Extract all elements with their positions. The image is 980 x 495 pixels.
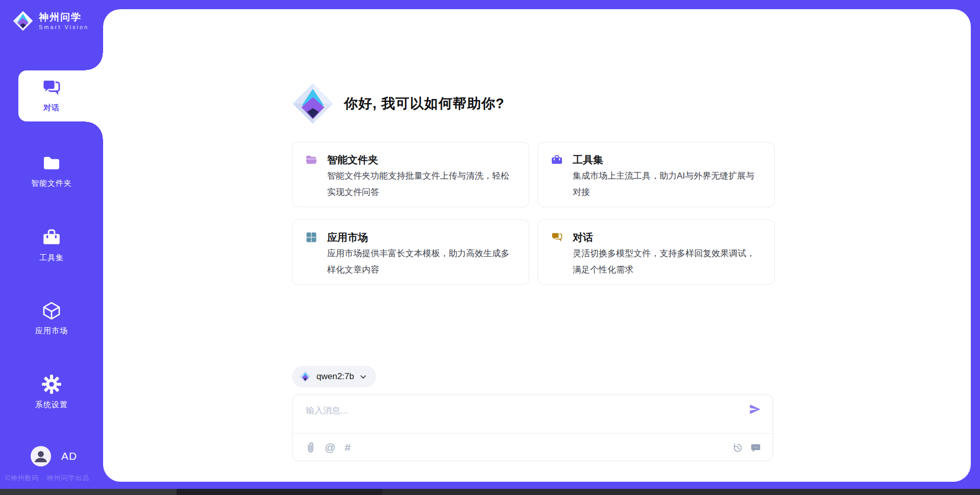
cube-icon [41,301,62,323]
sidebar-item-app-market[interactable]: 应用市场 [0,301,103,336]
model-diamond-icon [299,370,311,383]
greeting-block: 你好, 我可以如何帮助你? [291,82,505,126]
card-toolset[interactable]: 工具集 集成市场上主流工具，助力AI与外界无缝扩展与对接 [537,142,775,207]
copyright-footer: ©神州数码 · 神州问学出品 [5,474,117,483]
toolbox-icon [41,228,62,250]
message-input[interactable] [306,404,734,418]
card-description: 智能文件夹功能支持批量文件上传与清洗，轻松实现文件问答 [327,168,517,201]
composer-divider [292,433,773,434]
user-initials: AD [61,450,77,462]
brand-name: 神州问学 [39,12,89,23]
send-icon[interactable] [748,403,762,416]
card-title: 工具集 [573,153,762,167]
card-description: 灵活切换多模型文件，支持多样回复效果调试，满足个性化需求 [573,245,762,278]
card-chat[interactable]: 对话 灵活切换多模型文件，支持多样回复效果调试，满足个性化需求 [537,219,775,285]
chat-bubbles-icon [551,231,563,243]
sidebar-item-label: 系统设置 [0,400,103,410]
sidebar-item-settings[interactable]: 系统设置 [0,374,103,410]
card-smart-folder[interactable]: 智能文件夹 智能文件夹功能支持批量文件上传与清洗，轻松实现文件问答 [292,142,529,207]
chat-icon [41,78,62,100]
sidebar-item-toolset[interactable]: 工具集 [0,228,103,263]
history-icon[interactable] [732,442,743,453]
tab-fillet-top [86,53,103,70]
folder-open-icon [305,154,317,166]
card-description: 集成市场上主流工具，助力AI与外界无缝扩展与对接 [573,168,762,201]
greeting-text: 你好, 我可以如何帮助你? [344,94,505,113]
feedback-bubble-icon[interactable] [750,442,761,453]
attachment-icon[interactable] [306,441,315,453]
sidebar-item-smart-folder[interactable]: 智能文件夹 [0,153,103,188]
gear-icon [41,374,62,397]
sidebar-item-label: 工具集 [0,253,103,263]
model-name: qwen2:7b [316,372,354,382]
card-title: 智能文件夹 [327,153,517,167]
card-description: 应用市场提供丰富长文本模板，助力高效生成多样化文章内容 [327,245,517,278]
brand-diamond-logo [12,10,34,32]
mention-icon[interactable]: @ [325,442,335,453]
tab-fillet-bottom [86,121,103,139]
brand-subtitle: Smart Vision [39,24,89,31]
message-composer: @ # [292,394,773,461]
toolbox-icon [551,154,563,166]
brand-diamond-logo-large [291,82,335,126]
model-selector[interactable]: qwen2:7b [292,366,376,387]
composer-tools-left: @ # [306,441,351,453]
sidebar-item-label: 智能文件夹 [0,179,103,188]
avatar [31,446,51,466]
composer-tools-right [732,442,761,453]
main-panel: 你好, 我可以如何帮助你? 智能文件夹 智能文件夹功能支持批量文件上传与清洗，轻… [103,9,971,482]
user-account[interactable]: AD [31,446,77,466]
card-app-market[interactable]: 应用市场 应用市场提供丰富长文本模板，助力高效生成多样化文章内容 [292,219,529,285]
chevron-down-icon [359,373,367,381]
hashtag-icon[interactable]: # [345,442,351,453]
sidebar-item-label: 对话 [0,103,103,113]
card-title: 对话 [573,230,762,244]
sidebar-item-label: 应用市场 [0,326,103,336]
brand-header: 神州问学 Smart Vision [12,10,89,32]
grid-icon [305,231,317,243]
folder-icon [41,153,62,176]
feature-cards: 智能文件夹 智能文件夹功能支持批量文件上传与清洗，轻松实现文件问答 工具集 集成… [292,142,775,285]
os-bottom-strip [0,489,980,495]
sidebar-item-chat[interactable]: 对话 [0,78,103,113]
card-title: 应用市场 [327,230,517,244]
